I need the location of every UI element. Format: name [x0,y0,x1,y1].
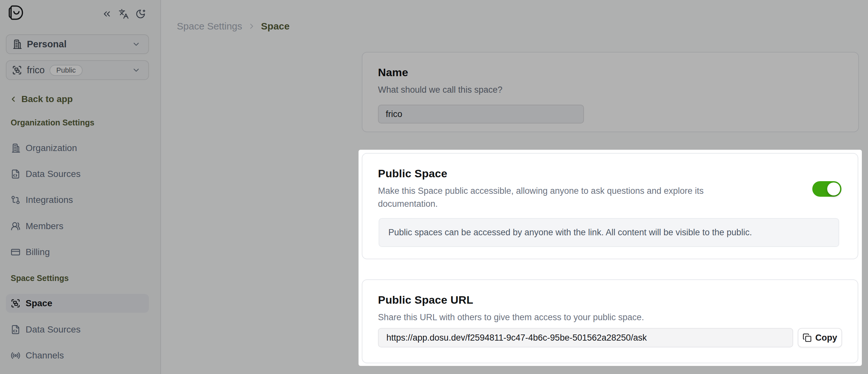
sidebar-item-label: Billing [26,247,50,257]
dosu-logo[interactable] [8,4,24,21]
sidebar-top-actions [101,8,146,20]
radio-icon [11,351,21,361]
breadcrumb-current: Space [261,21,289,32]
org-switcher-label: Personal [27,39,67,50]
back-to-app-label: Back to app [21,94,73,104]
section-header-organization-settings: Organization Settings [11,118,94,127]
public-space-note: Public spaces can be accessed by anyone … [379,218,839,247]
public-space-url-title: Public Space URL [378,294,842,306]
space-name-input[interactable] [378,105,584,123]
theme-moon-icon[interactable] [135,8,146,20]
chevron-down-icon [132,40,141,49]
sidebar-item-label: Channels [26,350,64,361]
chevron-down-icon [132,66,141,75]
breadcrumb-parent[interactable]: Space Settings [177,21,242,32]
public-space-url-card: Public Space URL Share this URL with oth… [362,279,858,363]
chevron-left-icon [9,95,18,104]
copy-url-button[interactable]: Copy [798,328,842,347]
tour-spotlight: Public Space Make this Space public acce… [359,150,862,366]
file-code-icon [11,325,21,335]
space-icon [12,65,22,75]
public-badge: Public [50,65,83,76]
sidebar-item-space[interactable]: Space [6,294,149,313]
toggle-knob [827,182,840,195]
public-space-card: Public Space Make this Space public acce… [362,153,858,259]
language-icon[interactable] [118,8,129,20]
name-card-subtitle: What should we call this space? [378,83,843,96]
public-space-url-input[interactable] [378,328,793,347]
credit-card-icon [11,247,21,257]
sidebar-item-label: Space [26,298,53,309]
file-code-icon [11,169,21,179]
section-header-space-settings: Space Settings [11,274,69,283]
chevron-right-icon [247,22,256,30]
name-card-title: Name [378,66,843,79]
sidebar: Personal frico Public Back to app Organi… [0,0,161,374]
sidebar-item-label: Members [26,221,63,231]
integrations-icon [11,195,21,205]
sidebar-item-channels[interactable]: Channels [6,346,149,365]
url-row: Copy [378,328,842,347]
copy-icon [803,333,812,342]
space-icon [11,298,21,308]
name-card: Name What should we call this space? [362,52,859,132]
sidebar-item-organization[interactable]: Organization [6,139,149,157]
public-space-description: Make this Space public accessible, allow… [378,184,764,210]
sidebar-item-label: Data Sources [26,324,81,335]
copy-label: Copy [815,333,837,343]
collapse-sidebar-icon[interactable] [101,8,113,20]
sidebar-item-members[interactable]: Members [6,217,149,236]
organization-icon [11,143,21,153]
sidebar-item-billing[interactable]: Billing [6,243,149,262]
public-space-title: Public Space [378,167,842,180]
space-switcher[interactable]: frico Public [6,60,149,80]
sidebar-item-label: Data Sources [26,169,81,179]
members-icon [11,221,21,231]
space-switcher-label: frico [27,65,45,76]
sidebar-item-org-data-sources[interactable]: Data Sources [6,165,149,183]
public-space-url-subtitle: Share this URL with others to give them … [378,311,842,324]
breadcrumb: Space Settings Space [177,20,289,32]
organization-icon [12,39,22,49]
back-to-app-link[interactable]: Back to app [9,94,73,105]
sidebar-item-label: Integrations [26,195,73,205]
sidebar-item-integrations[interactable]: Integrations [6,191,149,209]
sidebar-item-label: Organization [26,143,77,153]
public-space-toggle[interactable] [812,181,841,197]
sidebar-item-space-data-sources[interactable]: Data Sources [6,320,149,339]
org-switcher[interactable]: Personal [6,34,149,54]
